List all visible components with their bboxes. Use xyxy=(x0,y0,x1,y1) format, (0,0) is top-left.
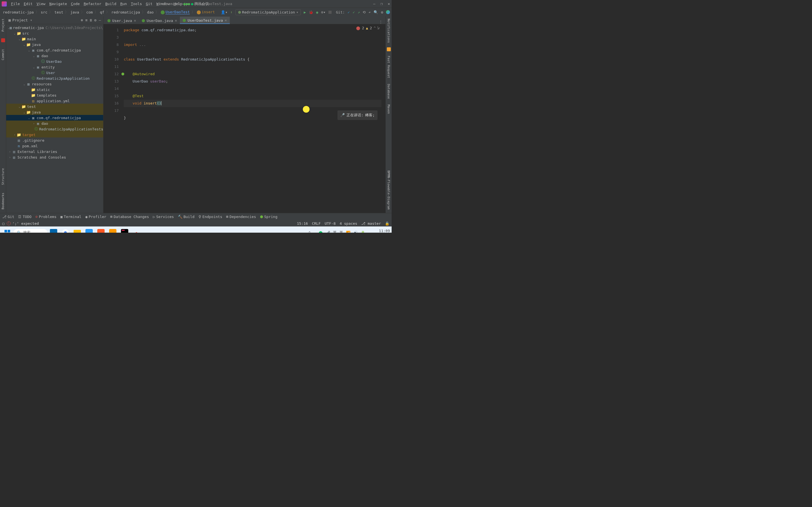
code-line[interactable]: import ... xyxy=(124,41,382,48)
encoding[interactable]: UTF-8 xyxy=(324,221,336,226)
intellij-icon[interactable] xyxy=(119,227,130,233)
menu-run[interactable]: Run xyxy=(118,2,129,6)
crumb[interactable]: java xyxy=(69,10,80,14)
code-line[interactable] xyxy=(124,63,382,70)
ime-1[interactable]: 英 xyxy=(333,230,337,233)
menu-code[interactable]: Code xyxy=(69,2,82,6)
code-line[interactable]: @Test xyxy=(124,93,382,100)
line-number[interactable]: 1 xyxy=(103,26,119,34)
menu-refactor[interactable]: Refactor xyxy=(82,2,103,6)
settings-icon[interactable]: ⚙ xyxy=(94,18,96,22)
tree-item[interactable]: ▤.gitignore xyxy=(6,137,103,143)
profiler-tool-btn[interactable]: ◉Profiler xyxy=(86,215,106,219)
line-number[interactable]: 14 xyxy=(103,85,119,93)
expand-arrow-icon[interactable]: › xyxy=(13,133,17,136)
ime-2[interactable]: 英 xyxy=(340,230,343,233)
tree-item[interactable]: ⌄▣dao xyxy=(6,53,103,59)
expand-arrow-icon[interactable]: ⌄ xyxy=(32,54,36,57)
menu-build[interactable]: Build xyxy=(103,2,118,6)
commit-tool-tab[interactable]: Commit xyxy=(1,48,5,61)
build-tool-btn[interactable]: 🔨Build xyxy=(178,215,195,219)
expand-arrow-icon[interactable]: ⌄ xyxy=(22,43,26,46)
terminal-tool-btn[interactable]: ▣Terminal xyxy=(60,215,81,219)
line-number[interactable]: 13 xyxy=(103,78,119,85)
tree-item[interactable]: ⌄📁src xyxy=(6,31,103,36)
git-history-icon[interactable]: ⟲ xyxy=(363,10,366,14)
todo-tool-btn[interactable]: ☲TODO xyxy=(18,215,31,219)
expand-arrow-icon[interactable]: ⌄ xyxy=(17,38,21,41)
line-number[interactable]: 17 xyxy=(103,107,119,114)
tree-item[interactable]: ›📁target xyxy=(6,132,103,137)
error-stripe[interactable] xyxy=(382,24,386,213)
line-sep[interactable]: CRLF xyxy=(312,221,320,226)
crumb[interactable]: redromaticjpa xyxy=(110,10,141,14)
breadcrumb[interactable]: redromatic-jpa〉src〉test〉java〉com〉qf〉redr… xyxy=(2,10,216,15)
tray-arrow-icon[interactable]: ^ xyxy=(308,231,311,233)
code-line[interactable]: UserDao userDao; xyxy=(124,78,382,85)
search-icon[interactable]: 🔍 xyxy=(373,10,378,14)
git-pull-icon[interactable]: ✓ xyxy=(348,10,350,14)
bpmn-tab[interactable]: BPMN-Flowable-Diagram xyxy=(386,169,391,211)
project-tool-tab[interactable]: Project xyxy=(1,17,5,33)
expand-arrow-icon[interactable]: ⌄ xyxy=(27,116,31,119)
crumb[interactable]: com xyxy=(85,10,94,14)
gutter[interactable]: 13891011⬢121314151617 xyxy=(103,24,121,213)
menu-window[interactable]: Window xyxy=(154,2,172,6)
code-text[interactable]: package com.qf.redromaticjpa.dao; import… xyxy=(121,24,382,213)
tree-item[interactable]: ⌄📁main xyxy=(6,36,103,42)
menu-file[interactable]: File xyxy=(9,2,22,6)
tree-item[interactable]: ⒸRedromaticJpaApplicationTests xyxy=(6,126,103,132)
line-number[interactable]: 16 xyxy=(103,100,119,107)
build-icon[interactable]: ⬆ xyxy=(231,10,233,14)
close-icon[interactable]: ✕ xyxy=(388,2,390,6)
tab-close-icon[interactable]: × xyxy=(175,18,177,23)
hide-icon[interactable]: — xyxy=(99,18,101,22)
run-config-selector[interactable]: ⬢ RedromaticJpaApplication ▾ xyxy=(236,9,301,15)
code-line[interactable]: void insert() xyxy=(124,100,382,107)
dbchanges-tool-btn[interactable]: ⊞Database Changes xyxy=(110,215,149,219)
line-number[interactable]: 3 xyxy=(103,34,119,41)
chrome-icon[interactable] xyxy=(60,227,71,233)
mic-tray-icon[interactable]: 🎤 xyxy=(326,231,330,233)
database-tab[interactable]: Database xyxy=(386,83,391,100)
plugin-icon[interactable] xyxy=(386,10,390,14)
tree-item[interactable]: ⌄▦resources xyxy=(6,81,103,87)
line-number[interactable]: 9 xyxy=(103,48,119,56)
bookmarks-tool-tab[interactable]: Bookmarks xyxy=(1,191,5,211)
line-number[interactable]: ⬢12 xyxy=(103,70,119,78)
menu-tools[interactable]: Tools xyxy=(129,2,144,6)
structure-tool-tab[interactable]: Structure xyxy=(1,167,5,186)
tencent-icon[interactable]: ⬤ xyxy=(319,231,323,233)
git-rollback-icon[interactable]: ↶ xyxy=(368,10,371,14)
code-line[interactable]: class UserDaoTest extends RedromaticJpaA… xyxy=(124,56,382,63)
indent[interactable]: 4 spaces xyxy=(340,221,357,226)
dependencies-tool-btn[interactable]: ⊞Dependencies xyxy=(226,215,256,219)
code-line[interactable] xyxy=(124,48,382,56)
menu-git[interactable]: Git xyxy=(144,2,154,6)
menu-help[interactable]: Help xyxy=(172,2,185,6)
notifications-tab[interactable]: Notifications xyxy=(386,17,391,44)
tree-item[interactable]: ⒸRedromaticJpaApplication xyxy=(6,75,103,81)
sublime-icon[interactable] xyxy=(107,227,118,233)
debug-icon[interactable]: 🐞 xyxy=(309,10,313,14)
expand-arrow-icon[interactable]: ⌄ xyxy=(27,49,31,52)
profile-icon[interactable]: ⊙▾ xyxy=(321,10,326,14)
editor-tab[interactable]: User.java× xyxy=(105,17,139,24)
clock[interactable]: 11:09 2022/11/21 xyxy=(368,229,390,233)
crumb[interactable]: qf xyxy=(99,10,105,14)
project-tree[interactable]: ⌄▦redromatic-jpaC:\Users\zed\IdeaProject… xyxy=(6,24,103,213)
editor-tab[interactable]: UserDao.java× xyxy=(139,17,180,24)
run-icon[interactable]: ▶ xyxy=(304,10,306,14)
crumb[interactable]: src xyxy=(40,10,49,14)
menu-edit[interactable]: Edit xyxy=(22,2,35,6)
tabs-more-icon[interactable]: ⋮ xyxy=(376,20,386,24)
expand-arrow-icon[interactable]: ⌄ xyxy=(13,32,17,35)
line-number[interactable]: 10 xyxy=(103,56,119,63)
stop-icon[interactable] xyxy=(328,11,332,14)
editor-tab[interactable]: UserDaoTest.java× xyxy=(180,17,230,24)
git-branch[interactable]: ⎇ master xyxy=(361,221,381,226)
event-log-icon[interactable]: ▢ xyxy=(2,221,4,226)
onedrive-icon[interactable]: ☁ xyxy=(313,231,316,233)
volume-icon[interactable]: 🔊 xyxy=(353,231,358,233)
git-push-icon[interactable]: ↗ xyxy=(358,10,360,14)
